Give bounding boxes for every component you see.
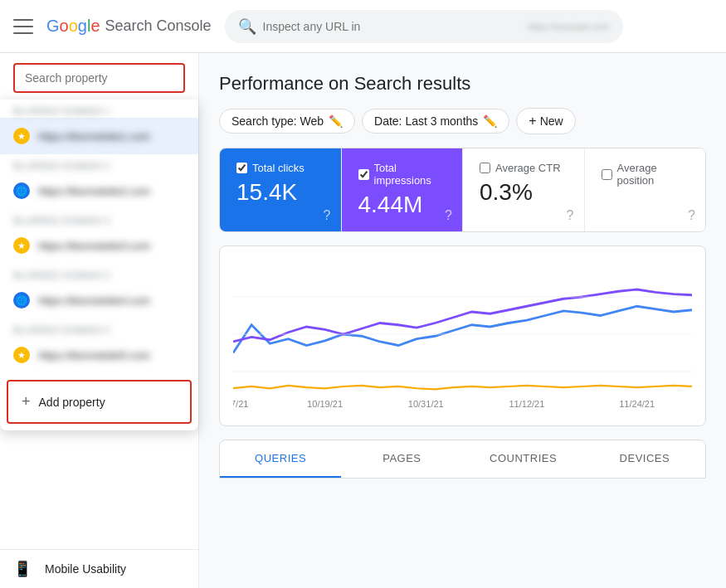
metric-checkbox-clicks: Total clicks <box>236 162 324 174</box>
position-checkbox[interactable] <box>602 169 612 180</box>
add-property-label: Add property <box>39 396 105 409</box>
performance-chart: 10/7/21 10/19/21 10/31/21 11/12/21 11/24… <box>233 260 692 409</box>
sidebar-bottom: 📱 Mobile Usability <box>0 549 198 588</box>
property-name-3: https://blurredsite3.com <box>38 240 185 252</box>
tabs-row: QUERIES PAGES COUNTRIES DEVICES <box>219 440 706 479</box>
edit-icon-search-type: ✏️ <box>329 114 343 128</box>
property-icon-star-5: ★ <box>13 347 30 363</box>
property-item-4[interactable]: 🌐 https://blurredsite4.com <box>0 282 198 318</box>
property-icon-star-3: ★ <box>13 237 30 254</box>
help-icon-ctr[interactable]: ? <box>567 208 574 223</box>
clicks-value: 15.4K <box>236 179 324 206</box>
property-icon-globe-4: 🌐 <box>13 292 30 309</box>
url-inspect-input[interactable] <box>263 20 522 33</box>
impressions-checkbox[interactable] <box>358 169 369 180</box>
metric-checkbox-impressions: Total impressions <box>358 162 446 187</box>
main-content: Performance on Search results Search typ… <box>199 53 726 588</box>
property-item-1[interactable]: ★ https://blurredsite1.com <box>0 118 198 154</box>
help-icon-position[interactable]: ? <box>688 208 695 223</box>
performance-title: Performance on Search results <box>219 73 470 95</box>
property-name-5: https://blurredsite5.com <box>38 349 185 362</box>
property-search-input[interactable] <box>13 63 185 93</box>
property-icon-globe-2: 🌐 <box>13 182 30 199</box>
impressions-line <box>233 289 692 342</box>
metric-checkbox-ctr: Average CTR <box>480 162 568 174</box>
menu-button[interactable] <box>13 17 33 36</box>
svg-text:11/12/21: 11/12/21 <box>509 399 544 409</box>
property-name-2: https://blurredsite2.com <box>38 185 185 197</box>
plus-icon-filter: + <box>529 114 536 129</box>
logo: Google Search Console <box>46 17 212 36</box>
search-type-label: Search type: Web <box>231 114 324 128</box>
property-group-label-2: BLURRED DOMAIN 2 <box>0 154 198 173</box>
app-title: Search Console <box>105 17 212 35</box>
main-layout: BLURRED DOMAIN 1 ★ https://blurredsite1.… <box>0 53 726 588</box>
property-group-label-3: BLURRED DOMAIN 3 <box>0 209 198 227</box>
tab-countries[interactable]: COUNTRIES <box>463 440 584 478</box>
tab-devices[interactable]: DEVICES <box>584 440 705 478</box>
add-property-button[interactable]: + Add property <box>7 380 192 424</box>
tab-pages[interactable]: PAGES <box>341 440 462 478</box>
impressions-label: Total impressions <box>374 162 446 187</box>
header: Google Search Console 🔍 https://example.… <box>0 0 726 53</box>
property-dropdown: BLURRED DOMAIN 1 ★ https://blurredsite1.… <box>0 100 198 430</box>
url-inspect-bar[interactable]: 🔍 https://example.com <box>225 10 623 43</box>
date-filter[interactable]: Date: Last 3 months ✏️ <box>362 109 509 134</box>
svg-text:10/7/21: 10/7/21 <box>233 399 248 409</box>
metric-total-clicks: Total clicks 15.4K ? <box>220 148 342 231</box>
search-icon: 🔍 <box>238 17 256 36</box>
property-name-4: https://blurredsite4.com <box>38 294 185 307</box>
property-item-3[interactable]: ★ https://blurredsite3.com <box>0 227 198 264</box>
sidebar-label-mobile-usability: Mobile Usability <box>45 562 126 576</box>
property-group-label-1: BLURRED DOMAIN 1 <box>0 100 198 118</box>
plus-icon: + <box>22 393 31 411</box>
sidebar: BLURRED DOMAIN 1 ★ https://blurredsite1.… <box>0 53 199 588</box>
metric-checkbox-position: Average position <box>602 162 689 187</box>
property-group-label-5: BLURRED DOMAIN 5 <box>0 318 198 337</box>
search-type-filter[interactable]: Search type: Web ✏️ <box>219 109 355 134</box>
clicks-label: Total clicks <box>252 162 305 174</box>
property-group-label-4: BLURRED DOMAIN 4 <box>0 264 198 282</box>
chart-container: 10/7/21 10/19/21 10/31/21 11/12/21 11/24… <box>219 245 706 426</box>
ctr-label: Average CTR <box>495 162 561 174</box>
svg-text:10/31/21: 10/31/21 <box>408 399 444 409</box>
property-icon-star-1: ★ <box>13 128 30 144</box>
filter-bar: Search type: Web ✏️ Date: Last 3 months … <box>219 108 706 134</box>
impressions-value: 4.44M <box>358 192 446 218</box>
metrics-row: Total clicks 15.4K ? Total impressions 4… <box>219 148 706 232</box>
property-item-5[interactable]: ★ https://blurredsite5.com <box>0 337 198 373</box>
metric-average-position: Average position ? <box>585 148 706 231</box>
metric-total-impressions: Total impressions 4.44M ? <box>342 148 464 231</box>
sidebar-item-mobile-usability[interactable]: 📱 Mobile Usability <box>0 550 192 588</box>
metric-average-ctr: Average CTR 0.3% ? <box>463 148 585 231</box>
ctr-line <box>233 386 692 390</box>
help-icon-clicks[interactable]: ? <box>324 208 331 223</box>
new-label: New <box>540 114 563 128</box>
property-selector <box>0 53 198 104</box>
date-label: Date: Last 3 months <box>374 114 478 128</box>
position-label: Average position <box>617 162 689 187</box>
clicks-checkbox[interactable] <box>236 163 247 173</box>
performance-header: Performance on Search results <box>219 73 706 95</box>
new-filter-button[interactable]: + New <box>516 108 575 134</box>
edit-icon-date: ✏️ <box>483 114 497 128</box>
ctr-checkbox[interactable] <box>480 163 490 173</box>
property-name-1: https://blurredsite1.com <box>38 130 185 143</box>
help-icon-impressions[interactable]: ? <box>445 208 452 223</box>
property-item-2[interactable]: 🌐 https://blurredsite2.com <box>0 173 198 209</box>
ctr-value: 0.3% <box>480 179 568 206</box>
phone-icon: 📱 <box>13 560 32 578</box>
svg-text:10/19/21: 10/19/21 <box>307 399 343 409</box>
clicks-line <box>233 306 692 352</box>
svg-text:11/24/21: 11/24/21 <box>619 399 655 409</box>
tab-queries[interactable]: QUERIES <box>220 440 341 478</box>
